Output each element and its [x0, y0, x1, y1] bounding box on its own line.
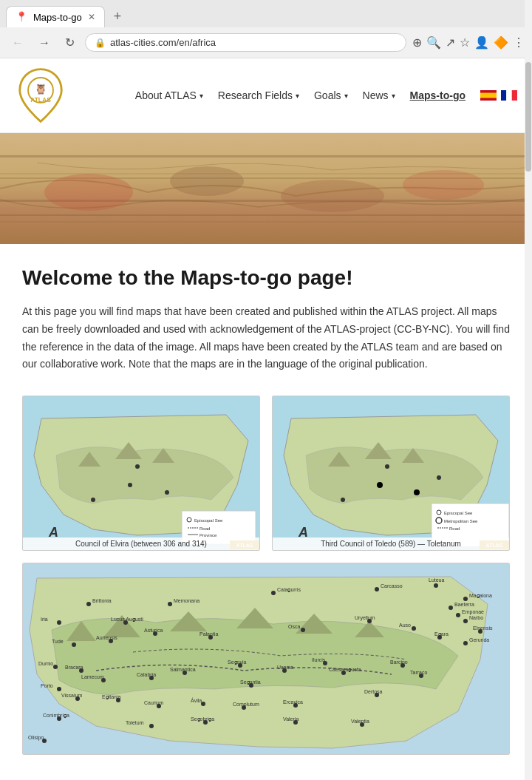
svg-point-97 — [57, 687, 61, 691]
tab-bar: 📍 Maps-to-go ✕ + — [0, 0, 532, 27]
map-card-wide[interactable]: Brittonia Memonana Calaɡurris Carcasso L… — [22, 563, 510, 755]
svg-text:Asturica: Asturica — [144, 628, 163, 633]
nav-item-maps[interactable]: Maps-to-go — [410, 89, 466, 101]
nav-item-goals[interactable]: Goals ▾ — [314, 89, 348, 101]
svg-point-39 — [437, 475, 441, 480]
svg-text:Complutum: Complutum — [233, 702, 259, 708]
browser-chrome: 📍 Maps-to-go ✕ + ← → ↻ 🔒 ⊕ 🔍 ↗ ☆ 👤 🔶 ⋮ — [0, 0, 532, 58]
main-content: Welcome to the Maps-to-go page! At this … — [0, 244, 532, 770]
svg-text:Eɡitania: Eɡitania — [102, 694, 121, 699]
svg-text:Valentia: Valentia — [351, 719, 369, 724]
svg-text:Tude: Tude — [52, 639, 64, 644]
svg-text:Iria: Iria — [41, 617, 48, 622]
svg-rect-6 — [506, 90, 511, 101]
svg-text:Tarraco: Tarraco — [410, 670, 427, 675]
svg-text:Caurium: Caurium — [144, 700, 164, 705]
svg-text:Elnensis: Elnensis — [473, 625, 493, 631]
svg-point-133 — [149, 724, 154, 728]
svg-text:Narbo: Narbo — [469, 615, 483, 620]
main-nav: About ATLAS ▾ Research Fields ▾ Goals ▾ … — [135, 89, 517, 101]
banner-image — [0, 133, 532, 244]
svg-text:Road: Road — [200, 526, 210, 531]
scrollbar[interactable] — [525, 0, 532, 770]
svg-point-65 — [463, 619, 468, 623]
svg-text:Palantia: Palantia — [200, 631, 218, 637]
goals-caret-icon: ▾ — [344, 92, 348, 100]
svg-text:Uryellum: Uryellum — [355, 615, 375, 621]
svg-text:Caesaraɡusta: Caesaraɡusta — [329, 667, 361, 672]
svg-text:Carcasso: Carcasso — [381, 583, 403, 589]
reload-button[interactable]: ↻ — [61, 34, 79, 51]
svg-text:Salmantica: Salmantica — [170, 667, 196, 672]
svg-point-35 — [377, 482, 383, 488]
map-caption-toledo: Third Council of Toledo (589) — Toletanu… — [273, 537, 509, 550]
spanish-flag[interactable] — [480, 90, 497, 101]
bookmark-icon[interactable]: ☆ — [460, 35, 470, 50]
nav-label-about: About ATLAS — [135, 89, 197, 101]
svg-text:Baeterra: Baeterra — [454, 602, 474, 607]
address-bar[interactable] — [110, 37, 397, 48]
svg-text:Ávila: Ávila — [191, 697, 202, 703]
nav-label-research: Research Fields — [218, 89, 293, 101]
svg-point-16 — [403, 170, 484, 200]
svg-point-61 — [463, 597, 468, 601]
zoom-icon[interactable]: 🔍 — [426, 35, 441, 50]
website-content: 🦉 ATLAS About ATLAS ▾ Research Fields ▾ … — [0, 58, 532, 770]
browser-tab[interactable]: 📍 Maps-to-go ✕ — [6, 6, 105, 27]
forward-button[interactable]: → — [34, 35, 55, 51]
nav-item-about[interactable]: About ATLAS ▾ — [135, 89, 203, 101]
share-icon[interactable]: ↗ — [446, 35, 455, 50]
svg-point-91 — [456, 613, 460, 617]
svg-point-67 — [57, 620, 61, 625]
svg-rect-9 — [0, 155, 532, 157]
svg-text:Ercavica: Ercavica — [283, 699, 303, 705]
french-flag[interactable] — [501, 90, 517, 101]
new-tab-button[interactable]: + — [108, 6, 128, 27]
map-elvira-svg: Episcopal See Road Province A ATLAS — [23, 396, 259, 551]
svg-text:Luteua: Luteua — [429, 577, 445, 583]
site-header: 🦉 ATLAS About ATLAS ▾ Research Fields ▾ … — [0, 58, 532, 133]
translate-icon[interactable]: ⊕ — [412, 35, 422, 50]
svg-text:Dertosa: Dertosa — [364, 689, 383, 694]
map-card-toledo[interactable]: Episcopal See Metropolitan See Road A AT… — [272, 396, 510, 551]
svg-text:🦉: 🦉 — [35, 83, 47, 95]
svg-point-14 — [170, 166, 244, 196]
extension-icon[interactable]: 🔶 — [494, 35, 508, 50]
research-caret-icon: ▾ — [296, 92, 299, 100]
svg-text:Memonana: Memonana — [174, 598, 200, 603]
maps-row-1: Episcopal See Road Province A ATLAS Coun… — [22, 396, 510, 551]
svg-text:Uxama: Uxama — [277, 665, 293, 670]
svg-point-93 — [53, 665, 58, 669]
scrollbar-thumb[interactable] — [525, 62, 531, 172]
svg-point-71 — [72, 642, 76, 647]
svg-text:Maɡalona: Maɡalona — [469, 593, 492, 598]
nav-item-research[interactable]: Research Fields ▾ — [218, 89, 299, 101]
nav-label-goals: Goals — [314, 89, 341, 101]
svg-text:Auriensis: Auriensis — [96, 635, 117, 640]
back-button[interactable]: ← — [7, 35, 28, 51]
logo[interactable]: 🦉 ATLAS — [15, 66, 66, 125]
svg-text:Seɡobriɡa: Seɡobriɡa — [191, 716, 214, 722]
language-flags — [480, 90, 517, 101]
svg-text:Calaɡurris: Calaɡurris — [277, 587, 301, 592]
svg-text:Road: Road — [449, 526, 460, 531]
nav-item-news[interactable]: News ▾ — [363, 89, 395, 101]
svg-text:Seɡontia: Seɡontia — [240, 679, 261, 685]
tab-favicon: 📍 — [16, 11, 27, 23]
tab-close-button[interactable]: ✕ — [88, 12, 95, 22]
svg-point-63 — [449, 606, 453, 610]
svg-text:Calabria: Calabria — [137, 672, 156, 677]
svg-point-55 — [271, 591, 276, 595]
page-description: At this page you will find maps that hav… — [22, 303, 510, 373]
tab-title: Maps-to-go — [33, 12, 82, 23]
lock-icon: 🔒 — [95, 38, 106, 48]
svg-text:Seɡovia: Seɡovia — [228, 659, 247, 665]
page-title: Welcome to the Maps-to-go page! — [22, 266, 510, 290]
menu-icon[interactable]: ⋮ — [513, 35, 525, 50]
svg-point-23 — [135, 464, 140, 469]
map-card-elvira[interactable]: Episcopal See Road Province A ATLAS Coun… — [22, 396, 260, 551]
svg-text:Lamecum: Lamecum — [81, 674, 104, 679]
svg-text:Emponae: Emponae — [462, 609, 484, 615]
banner-map-svg — [0, 133, 532, 244]
profile-icon[interactable]: 👤 — [474, 35, 489, 50]
